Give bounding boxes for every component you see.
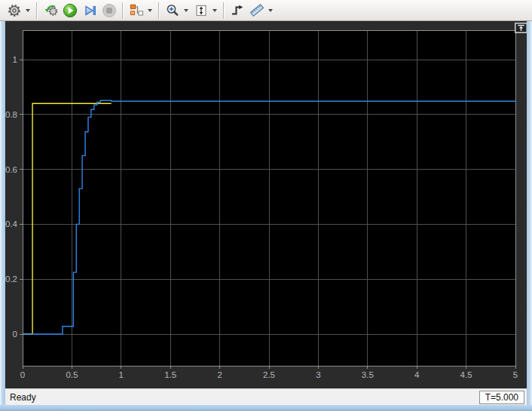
x-tick-label: 0 — [20, 370, 25, 379]
scale-axes-button[interactable] — [192, 2, 210, 20]
measurements-dropdown-caret[interactable] — [268, 9, 273, 12]
y-tick-label: 0 — [13, 330, 17, 339]
stop-icon — [102, 3, 117, 18]
zoom-in-icon — [166, 4, 179, 17]
trigger-icon — [231, 4, 244, 17]
scope-canvas[interactable]: 00.511.522.533.544.5500.20.40.60.81 — [5, 21, 527, 388]
window-frame-right — [527, 21, 532, 405]
scale-axes-dropdown-caret[interactable] — [212, 9, 217, 12]
scope-window: 00.511.522.533.544.5500.20.40.60.81 Read… — [0, 0, 532, 411]
zoom-in-button[interactable] — [164, 2, 182, 20]
x-tick-label: 2 — [217, 370, 222, 379]
y-tick-label: 0.2 — [5, 275, 17, 284]
x-tick-label: 0.5 — [66, 370, 78, 379]
ruler-icon — [249, 3, 264, 17]
signal-plot[interactable]: 00.511.522.533.544.5500.20.40.60.81 — [5, 21, 527, 388]
step-back-button[interactable] — [41, 2, 60, 20]
stop-button[interactable] — [100, 2, 118, 20]
x-tick-label: 1 — [119, 370, 124, 379]
status-bar: Ready T=5.000 — [5, 388, 527, 405]
x-tick-label: 4.5 — [460, 370, 472, 379]
y-tick-label: 0.6 — [5, 165, 17, 174]
parameters-button[interactable] — [5, 2, 23, 20]
toolbar-separator — [223, 2, 225, 19]
x-tick-label: 4 — [414, 370, 420, 379]
toolbar-separator — [122, 2, 124, 19]
x-tick-label: 3.5 — [362, 370, 374, 379]
simulation-time-field: T=5.000 — [479, 391, 524, 404]
x-tick-label: 5 — [513, 370, 518, 379]
parameters-dropdown-caret[interactable] — [26, 9, 30, 12]
y-tick-label: 0.4 — [5, 219, 18, 229]
x-tick-label: 1.5 — [164, 370, 176, 379]
step-back-icon — [44, 4, 58, 17]
triggers-button[interactable] — [228, 2, 246, 20]
run-button[interactable] — [61, 2, 79, 20]
simulink-snapshot-button[interactable] — [127, 2, 145, 20]
snapshot-dropdown-caret[interactable] — [148, 9, 152, 12]
dock-button[interactable] — [515, 23, 527, 33]
zoom-dropdown-caret[interactable] — [184, 9, 188, 12]
toolbar — [0, 0, 532, 21]
gear-icon — [8, 4, 21, 17]
toolbar-separator — [36, 2, 38, 19]
span-icon — [194, 4, 208, 17]
step-forward-icon — [83, 4, 97, 17]
y-tick-label: 0.8 — [5, 110, 17, 119]
run-icon — [63, 3, 78, 18]
window-frame-bottom — [0, 405, 532, 411]
status-text: Ready — [10, 392, 36, 403]
measurements-button[interactable] — [248, 2, 266, 20]
x-tick-label: 2.5 — [263, 370, 275, 379]
window-frame-left — [0, 21, 5, 405]
toolbar-separator — [158, 2, 160, 19]
x-tick-label: 3 — [316, 370, 320, 379]
blocks-icon — [130, 4, 144, 17]
y-tick-label: 1 — [13, 55, 17, 64]
step-forward-button[interactable] — [81, 2, 99, 20]
dock-icon — [515, 23, 527, 33]
